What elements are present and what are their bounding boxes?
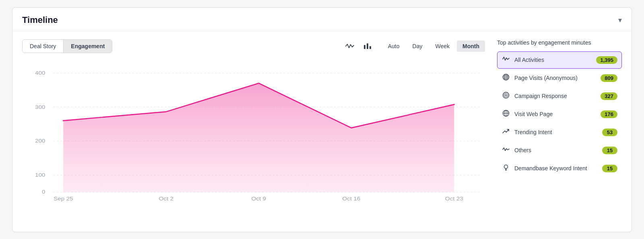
card-title: Timeline [22,15,58,25]
svg-text:100: 100 [35,172,45,178]
right-panel: Top activities by engagement minutes All… [497,39,622,205]
period-week[interactable]: Week [429,41,455,52]
activity-row-all[interactable]: All Activities 1,395 [497,51,622,69]
period-selector: Auto Day Week Month [382,41,485,52]
chevron-down-icon[interactable]: ▾ [618,16,622,25]
bar-chart-icon-button[interactable] [361,41,374,51]
svg-text:Oct 9: Oct 9 [251,196,266,201]
svg-text:400: 400 [35,70,45,76]
svg-point-29 [504,165,508,168]
chart-svg: 400 300 200 100 0 [22,60,485,205]
svg-text:Oct 16: Oct 16 [342,196,360,201]
activity-name-all: All Activities [514,57,592,63]
svg-text:0: 0 [42,189,45,194]
activity-name-trending: Trending Intent [514,129,598,135]
svg-rect-1 [367,43,368,49]
activity-row-page-visits[interactable]: Page Visits (Anonymous) 809 [497,69,622,87]
period-month[interactable]: Month [457,41,485,52]
svg-rect-2 [369,46,371,49]
chart-section: Deal Story Engagement [22,39,485,205]
activity-name-others: Others [514,147,598,153]
target-icon [502,92,510,101]
activity-badge-trending: 53 [602,129,617,136]
chart-area-fill [63,83,454,192]
svg-text:Oct 23: Oct 23 [445,196,463,201]
activity-badge-visit-web: 176 [601,110,617,118]
svg-text:300: 300 [35,104,45,109]
period-auto[interactable]: Auto [382,41,405,52]
activity-list: All Activities 1,395 Page Visits (Anonym… [497,51,622,177]
card-header: Timeline ▾ [12,8,632,31]
tab-deal-story[interactable]: Deal Story [23,40,64,53]
chart-type-icons [343,41,374,51]
globe2-icon [502,110,510,119]
activity-name-demandbase: Demandbase Keyword Intent [514,165,598,172]
globe-icon [502,74,510,83]
activity-badge-campaign: 327 [601,92,617,100]
svg-rect-0 [364,45,365,49]
activity-icon-all [502,55,510,65]
activity-row-campaign[interactable]: Campaign Response 327 [497,88,622,105]
svg-text:200: 200 [35,138,45,143]
activity-badge-page-visits: 809 [601,74,617,82]
activity-name-visit-web: Visit Web Page [514,111,597,117]
card-body: Deal Story Engagement [12,31,632,213]
activity-row-visit-web[interactable]: Visit Web Page 176 [497,106,622,123]
chart-controls: Deal Story Engagement [22,39,485,53]
activity-name-campaign: Campaign Response [514,93,597,99]
svg-point-25 [505,94,507,96]
view-tabs: Deal Story Engagement [22,39,112,53]
chart-area: 400 300 200 100 0 [22,60,485,205]
panel-title: Top activities by engagement minutes [497,39,622,46]
activity-badge-demandbase: 15 [602,165,617,172]
svg-text:Sep 25: Sep 25 [54,196,73,201]
svg-text:Oct 2: Oct 2 [159,196,173,201]
period-day[interactable]: Day [407,41,428,52]
lightbulb-icon [502,164,510,173]
activity2-icon [502,146,510,155]
activity-row-others[interactable]: Others 15 [497,142,622,159]
activity-row-trending[interactable]: Trending Intent 53 [497,124,622,141]
timeline-card: Timeline ▾ Deal Story Engagement [12,7,632,232]
trending-icon [502,128,510,137]
wave-icon-button[interactable] [343,41,357,51]
activity-badge-all: 1,395 [596,56,617,64]
tab-engagement[interactable]: Engagement [64,40,112,53]
activity-badge-others: 15 [602,147,617,154]
activity-row-demandbase[interactable]: Demandbase Keyword Intent 15 [497,160,622,177]
activity-name-page-visits: Page Visits (Anonymous) [514,75,597,81]
